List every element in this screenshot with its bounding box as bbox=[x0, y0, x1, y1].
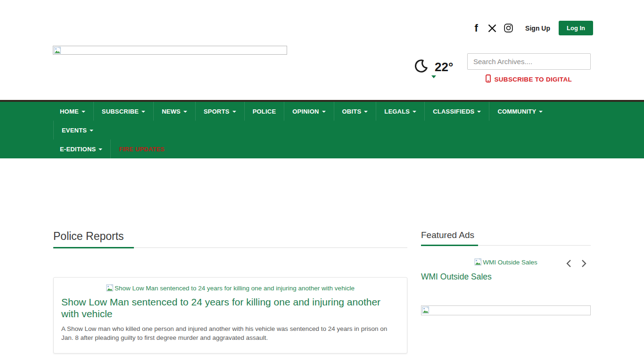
subscribe-to-digital-link[interactable]: SUBSCRIBE TO DIGITAL bbox=[486, 74, 572, 84]
moon-icon bbox=[413, 58, 429, 76]
chevron-down-icon bbox=[90, 130, 93, 132]
nav-row-2: E-EDITIONS FIRE UPDATES bbox=[53, 140, 591, 158]
facebook-icon[interactable]: f bbox=[471, 22, 482, 34]
chevron-down-icon bbox=[232, 111, 236, 113]
sign-up-link[interactable]: Sign Up bbox=[525, 25, 550, 32]
chevron-down-icon bbox=[413, 111, 416, 113]
ad-image-alt-text: WMI Outside Sales bbox=[483, 259, 537, 266]
chevron-down-icon bbox=[322, 111, 326, 113]
broken-image-icon bbox=[422, 306, 429, 314]
subscribe-label: SUBSCRIBE TO DIGITAL bbox=[494, 76, 572, 83]
sidebar-title: Featured Ads bbox=[421, 230, 591, 240]
nav-item-subscribe[interactable]: SUBSCRIBE bbox=[93, 102, 153, 121]
temperature-value: 22° bbox=[435, 60, 453, 74]
chevron-down-icon bbox=[364, 111, 368, 113]
chevron-down-icon bbox=[477, 111, 481, 113]
site-header: f Sign Up Log In 22° SUBSCRIBE TO DIGITA… bbox=[0, 0, 644, 100]
nav-item-community[interactable]: COMMUNITY bbox=[489, 102, 551, 121]
nav-item-legals[interactable]: LEGALS bbox=[376, 102, 424, 121]
chevron-left-icon[interactable] bbox=[566, 259, 572, 268]
weather-dropdown-caret-icon[interactable] bbox=[431, 75, 436, 78]
ad-image-broken[interactable]: WMI Outside Sales bbox=[421, 258, 591, 266]
main-navigation: HOME SUBSCRIBE NEWS SPORTS POLICE OPINIO… bbox=[0, 100, 644, 158]
article-image-broken: Show Low Man sentenced to 24 years for k… bbox=[61, 284, 399, 292]
chevron-down-icon bbox=[82, 111, 85, 113]
chevron-down-icon bbox=[183, 111, 187, 113]
nav-row-1: HOME SUBSCRIBE NEWS SPORTS POLICE OPINIO… bbox=[53, 102, 591, 140]
nav-item-fire-updates[interactable]: FIRE UPDATES bbox=[110, 140, 173, 158]
sidebar-divider bbox=[421, 245, 591, 246]
page-content: Police Reports Show Low Man sentenced to… bbox=[53, 158, 591, 362]
section-divider bbox=[53, 247, 407, 248]
nav-item-opinion[interactable]: OPINION bbox=[284, 102, 333, 121]
nav-item-home[interactable]: HOME bbox=[53, 102, 93, 121]
article-summary: A Show Low man who killed one person and… bbox=[61, 324, 399, 343]
article-image-alt-text: Show Low Man sentenced to 24 years for k… bbox=[115, 285, 355, 292]
nav-item-events[interactable]: EVENTS bbox=[53, 121, 101, 140]
article-headline-link[interactable]: Show Low Man sentenced to 24 years for k… bbox=[61, 296, 399, 320]
weather-widget[interactable]: 22° bbox=[413, 58, 453, 76]
broken-image-icon bbox=[54, 47, 61, 54]
featured-article-card[interactable]: Show Low Man sentenced to 24 years for k… bbox=[53, 277, 407, 354]
carousel-controls bbox=[566, 259, 587, 268]
chevron-down-icon bbox=[539, 111, 543, 113]
account-toolbar: f Sign Up Log In bbox=[471, 21, 593, 35]
nav-item-news[interactable]: NEWS bbox=[153, 102, 195, 121]
broken-image-icon bbox=[474, 258, 482, 266]
featured-ads-sidebar: Featured Ads WMI Outside Sales WMI Outsi… bbox=[421, 230, 591, 315]
nav-item-obits[interactable]: OBITS bbox=[334, 102, 376, 121]
broken-image-icon bbox=[106, 284, 114, 292]
x-twitter-icon[interactable] bbox=[487, 22, 498, 34]
site-logo-broken-image[interactable] bbox=[53, 46, 287, 55]
log-in-button[interactable]: Log In bbox=[559, 21, 593, 35]
featured-ads-carousel: WMI Outside Sales WMI Outside Sales bbox=[421, 258, 591, 282]
mobile-phone-icon bbox=[486, 74, 491, 84]
nav-item-classifieds[interactable]: CLASSIFIEDS bbox=[424, 102, 489, 121]
nav-item-sports[interactable]: SPORTS bbox=[195, 102, 244, 121]
instagram-icon[interactable] bbox=[503, 22, 514, 34]
chevron-down-icon bbox=[99, 148, 102, 150]
nav-item-e-editions[interactable]: E-EDITIONS bbox=[53, 140, 110, 158]
nav-item-police[interactable]: POLICE bbox=[244, 102, 284, 121]
chevron-down-icon bbox=[141, 111, 145, 113]
chevron-right-icon[interactable] bbox=[581, 259, 587, 268]
sidebar-ad-broken-image[interactable] bbox=[421, 305, 591, 315]
ad-link[interactable]: WMI Outside Sales bbox=[421, 272, 591, 282]
search-archives-input[interactable] bbox=[467, 53, 591, 70]
police-reports-column: Police Reports Show Low Man sentenced to… bbox=[53, 230, 407, 362]
page-title: Police Reports bbox=[53, 230, 407, 243]
